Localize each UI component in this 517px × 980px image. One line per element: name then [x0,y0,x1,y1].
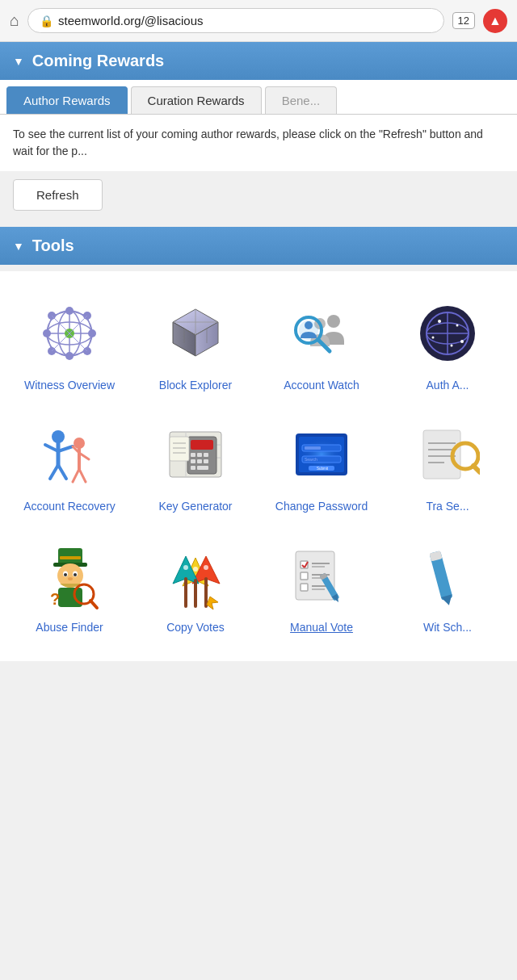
svg-rect-128 [301,584,308,591]
svg-rect-77 [170,437,189,461]
svg-line-109 [90,601,97,608]
svg-text:Submit: Submit [317,467,329,471]
section-title: Coming Rewards [32,52,164,70]
svg-rect-106 [58,588,82,607]
home-icon[interactable]: ⌂ [10,11,19,30]
browser-chrome: ⌂ 🔒 steemworld.org/@lisacious 12 ▲ [0,0,517,42]
copy-votes-label: Copy Votes [166,620,225,634]
svg-rect-71 [204,453,208,457]
tool-wit-sch[interactable]: Wit Sch... [385,526,511,647]
wit-sch-icon [411,539,484,612]
svg-point-50 [451,345,453,347]
tab-author-rewards[interactable]: Author Rewards [6,86,128,114]
svg-line-55 [50,465,58,479]
svg-point-117 [193,567,198,572]
svg-rect-74 [204,459,208,463]
key-generator-icon [159,418,232,491]
lock-icon: 🔒 [40,15,53,27]
trade-icon [411,418,484,491]
tab-curation-rewards[interactable]: Curation Rewards [131,86,262,114]
account-watch-icon [285,297,358,370]
notification-icon[interactable]: ▲ [483,9,507,33]
trade-label: Tra Se... [426,499,469,513]
svg-rect-90 [423,430,460,479]
account-recovery-label: Account Recovery [23,499,116,513]
witness-overview-icon [33,297,106,370]
wit-sch-label: Wit Sch... [423,620,472,634]
svg-point-105 [68,577,73,580]
tools-title: Tools [32,237,74,255]
tools-grid: Witness Overview [0,271,517,661]
key-generator-label: Key Generator [158,499,232,513]
svg-point-104 [74,573,77,576]
svg-line-62 [79,469,86,482]
account-watch-label: Account Watch [284,378,359,392]
description-content: To see the current list of your coming a… [13,128,483,157]
svg-line-56 [58,465,66,479]
tool-account-recovery[interactable]: Account Recovery [6,405,132,526]
svg-rect-99 [60,556,81,559]
auth-label: Auth A... [427,378,469,392]
tools-grid-container: Witness Overview [0,271,517,661]
manual-vote-icon [285,539,358,612]
abuse-finder-label: Abuse Finder [36,620,103,634]
tool-auth[interactable]: Auth A... [385,284,511,405]
tool-key-generator[interactable]: Key Generator [132,405,258,526]
svg-rect-69 [191,453,195,457]
svg-point-48 [432,337,435,339]
svg-point-116 [183,565,188,570]
refresh-button[interactable]: Refresh [13,179,103,211]
svg-rect-72 [191,459,195,463]
svg-point-46 [438,320,441,323]
svg-point-47 [456,325,459,327]
tool-abuse-finder[interactable]: ? Abuse Finder [6,526,132,647]
tool-account-watch[interactable]: Account Watch [258,284,385,405]
svg-point-103 [64,573,67,576]
url-text: steemworld.org/@lisacious [58,14,203,27]
tool-manual-vote[interactable]: Manual Vote [258,526,385,647]
svg-rect-70 [197,453,202,457]
coming-rewards-header: ▼ Coming Rewards [0,42,517,80]
witness-overview-label: Witness Overview [24,378,115,392]
manual-vote-label: Manual Vote [290,620,353,634]
account-recovery-icon [33,418,106,491]
block-explorer-icon [159,297,232,370]
svg-rect-85 [305,446,321,450]
copy-votes-icon [159,539,232,612]
svg-rect-73 [197,459,202,463]
svg-point-39 [305,321,313,329]
svg-point-118 [204,565,208,570]
svg-line-54 [58,446,73,451]
svg-text:Search: Search [305,457,317,462]
tool-copy-votes[interactable]: Copy Votes [132,526,258,647]
svg-text:?: ? [50,590,60,608]
svg-rect-76 [197,466,208,470]
change-password-label: Change Password [275,499,368,513]
svg-rect-125 [301,572,308,580]
svg-point-57 [74,438,85,449]
tabs-row: Author Rewards Curation Rewards Bene... [0,80,517,115]
refresh-button-container: Refresh [0,171,517,227]
block-explorer-label: Block Explorer [159,378,232,392]
tools-header: ▼ Tools [0,227,517,265]
change-password-icon: Search Submit [285,418,358,491]
tab-bene[interactable]: Bene... [265,86,338,114]
svg-rect-68 [191,440,213,450]
svg-point-49 [460,340,464,343]
svg-rect-75 [191,466,195,470]
tab-count[interactable]: 12 [452,12,475,29]
url-bar[interactable]: 🔒 steemworld.org/@lisacious [27,8,443,33]
tool-change-password[interactable]: Search Submit Change Password [258,405,385,526]
abuse-finder-icon: ? [33,539,106,612]
svg-line-61 [73,469,79,482]
description-text: To see the current list of your coming a… [0,115,517,171]
tool-trade[interactable]: Tra Se... [385,405,511,526]
tools-chevron-icon: ▼ [13,240,24,253]
svg-line-96 [473,466,480,472]
auth-icon [411,297,484,370]
tool-witness-overview[interactable]: Witness Overview [6,284,132,405]
chevron-icon: ▼ [13,55,24,68]
svg-point-35 [327,315,340,328]
tool-block-explorer[interactable]: Block Explorer [132,284,258,405]
